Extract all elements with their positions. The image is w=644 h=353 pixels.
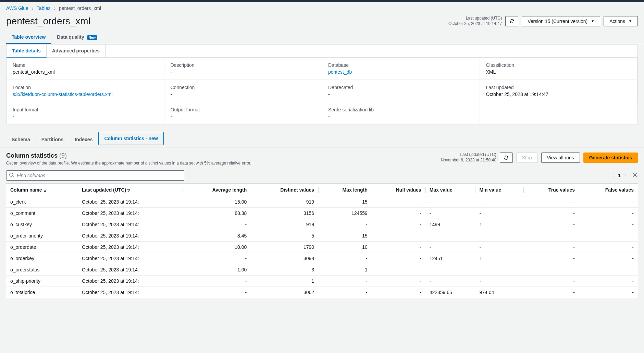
table-cell: - (372, 196, 425, 208)
col-true[interactable]: True values (523, 184, 579, 196)
table-cell: 3098 (251, 253, 318, 264)
table-row[interactable]: o_order-priorityOctober 25, 2023 at 19:1… (6, 230, 638, 242)
detail-value: pentest_orders_xml (13, 69, 158, 75)
col-last-updated[interactable]: Last updated (UTC)▽ (78, 184, 182, 196)
sort-icon: ▽ (127, 188, 130, 192)
table-cell: 1 (475, 253, 523, 264)
actions-button[interactable]: Actions ▼ (604, 16, 638, 26)
settings-button[interactable] (632, 172, 638, 179)
table-cell: October 25, 2023 at 19:14: (78, 208, 182, 219)
table-cell: - (475, 276, 523, 287)
view-all-runs-button[interactable]: View all runs (541, 153, 580, 163)
table-cell: 8.45 (183, 230, 251, 242)
detail-cell: Last updatedOctober 25, 2023 at 19:14:47 (480, 80, 638, 102)
col-column-name[interactable]: Column name▲ (6, 184, 78, 196)
detail-value: October 25, 2023 at 19:14:47 (486, 92, 631, 97)
table-header-row: Column name▲ Last updated (UTC)▽ Average… (6, 184, 638, 196)
col-avg-length[interactable]: Average length (183, 184, 251, 196)
table-cell: 124559 (318, 208, 372, 219)
table-cell: 422359.65 (425, 287, 475, 298)
col-null[interactable]: Null values (372, 184, 425, 196)
table-row[interactable]: o_ship-priorityOctober 25, 2023 at 19:14… (6, 276, 638, 287)
detail-cell: Databasepentest_db (322, 58, 480, 80)
tab-column-statistics[interactable]: Column statistics - new (98, 132, 163, 145)
detail-value: - (171, 92, 316, 97)
table-cell: 15 (318, 196, 372, 208)
gear-icon (632, 172, 638, 178)
generate-statistics-button[interactable]: Generate statistics (583, 153, 638, 163)
table-cell: - (579, 196, 638, 208)
table-cell: 1.00 (183, 264, 251, 276)
table-cell: - (183, 287, 251, 298)
table-cell: - (372, 287, 425, 298)
table-cell: - (183, 276, 251, 287)
table-cell: October 25, 2023 at 19:14: (78, 287, 182, 298)
detail-value: - (13, 114, 158, 119)
table-row[interactable]: o_custkeyOctober 25, 2023 at 19:14:-919-… (6, 219, 638, 230)
table-cell: 10.00 (183, 242, 251, 253)
breadcrumb-tables[interactable]: Tables (37, 5, 50, 11)
detail-label: Name (13, 62, 158, 68)
col-min-value[interactable]: Min value (475, 184, 523, 196)
search-input[interactable] (6, 170, 184, 181)
detail-cell: Input format- (7, 102, 164, 124)
tab-table-details[interactable]: Table details (7, 45, 47, 58)
search-columns[interactable] (6, 170, 184, 181)
search-icon (9, 172, 14, 179)
stats-refresh-button[interactable] (500, 153, 513, 163)
tab-advanced-properties[interactable]: Advanced properties (47, 45, 106, 57)
detail-cell (480, 102, 638, 124)
next-page-button[interactable]: 〉 (624, 172, 629, 179)
table-row[interactable]: o_orderkeyOctober 25, 2023 at 19:14:-309… (6, 253, 638, 264)
table-cell: 3 (251, 264, 318, 276)
table-cell: 10 (318, 242, 372, 253)
detail-cell: Output format- (164, 102, 322, 124)
tab-partitions[interactable]: Partitions (36, 133, 70, 146)
table-row[interactable]: o_totalpriceOctober 25, 2023 at 19:14:-3… (6, 287, 638, 298)
svg-point-1 (634, 174, 636, 176)
col-distinct[interactable]: Distinct values (251, 184, 318, 196)
detail-label: Input format (13, 107, 158, 112)
detail-link[interactable]: pentest_db (328, 69, 352, 75)
col-false[interactable]: False values (579, 184, 638, 196)
col-max-value[interactable]: Max value (425, 184, 475, 196)
column-statistics-panel: Column statistics (9) Get an overview of… (6, 147, 638, 298)
breadcrumb-aws-glue[interactable]: AWS Glue (6, 5, 28, 11)
table-cell: - (579, 287, 638, 298)
refresh-button[interactable] (505, 16, 518, 26)
table-cell: - (579, 230, 638, 242)
prev-page-button[interactable]: 〈 (610, 172, 615, 179)
tab-indexes[interactable]: Indexes (69, 133, 98, 146)
schema-tabs: Schema Partitions Indexes Column statist… (0, 132, 644, 147)
detail-label: Connection (171, 85, 316, 90)
detail-label: Description (171, 62, 316, 68)
table-cell: - (425, 264, 475, 276)
table-row[interactable]: o_orderstatusOctober 25, 2023 at 19:14:1… (6, 264, 638, 276)
chevron-right-icon: › (32, 5, 34, 11)
table-row[interactable]: o_orderdateOctober 25, 2023 at 19:14:10.… (6, 242, 638, 253)
tab-schema[interactable]: Schema (6, 133, 36, 146)
table-cell: - (579, 219, 638, 230)
table-cell: - (318, 253, 372, 264)
table-details-panel: Table details Advanced properties Namepe… (6, 44, 638, 124)
refresh-icon (504, 155, 509, 160)
table-cell: 15.00 (183, 196, 251, 208)
caret-down-icon: ▼ (591, 19, 594, 23)
table-cell: - (475, 242, 523, 253)
detail-link[interactable]: s3://kietduon-column-statistics-table/or… (13, 92, 113, 97)
detail-label: Location (13, 85, 158, 90)
tab-data-quality[interactable]: Data quality New (51, 31, 103, 44)
table-cell: 1 (475, 219, 523, 230)
stats-table: Column name▲ Last updated (UTC)▽ Average… (6, 183, 638, 298)
version-select[interactable]: Version 15 (Current version) ▼ (522, 16, 600, 26)
table-cell: - (523, 230, 579, 242)
table-cell: - (183, 253, 251, 264)
tab-table-overview[interactable]: Table overview (6, 31, 51, 44)
table-row[interactable]: o_commentOctober 25, 2023 at 19:14:88.38… (6, 208, 638, 219)
svg-point-0 (10, 173, 13, 176)
table-row[interactable]: o_clerkOctober 25, 2023 at 19:14:15.0091… (6, 196, 638, 208)
col-max-length[interactable]: Max length (318, 184, 372, 196)
table-cell: - (372, 264, 425, 276)
table-cell: 5 (251, 230, 318, 242)
table-cell: - (372, 253, 425, 264)
